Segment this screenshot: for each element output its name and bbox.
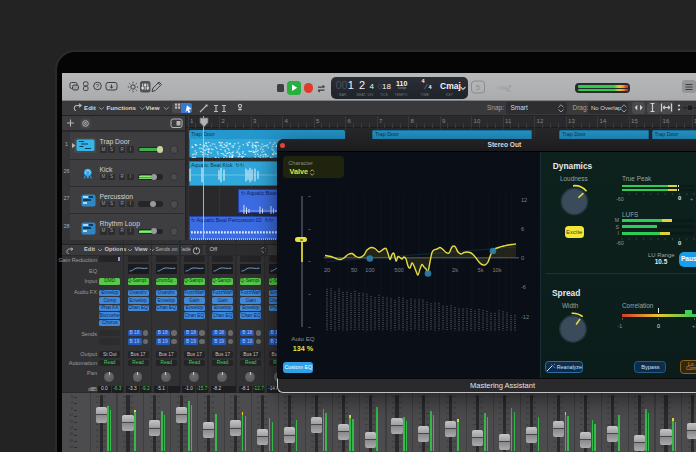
svg-text:5: 5 xyxy=(476,84,480,91)
svg-text:-12: -12 xyxy=(521,314,529,320)
svg-text:10k: 10k xyxy=(492,267,501,273)
svg-text:50: 50 xyxy=(351,267,357,273)
svg-text:?: ? xyxy=(96,83,100,89)
svg-text:2k: 2k xyxy=(452,267,458,273)
svg-text:500: 500 xyxy=(394,267,403,273)
svg-text:5k: 5k xyxy=(478,267,484,273)
svg-text:<34: <34 xyxy=(497,85,508,91)
svg-text:12: 12 xyxy=(521,197,527,203)
svg-text:-6: -6 xyxy=(521,284,526,290)
svg-text:6: 6 xyxy=(521,226,524,232)
svg-text:20: 20 xyxy=(324,267,330,273)
svg-text:100: 100 xyxy=(365,267,374,273)
svg-text:0: 0 xyxy=(521,255,524,261)
